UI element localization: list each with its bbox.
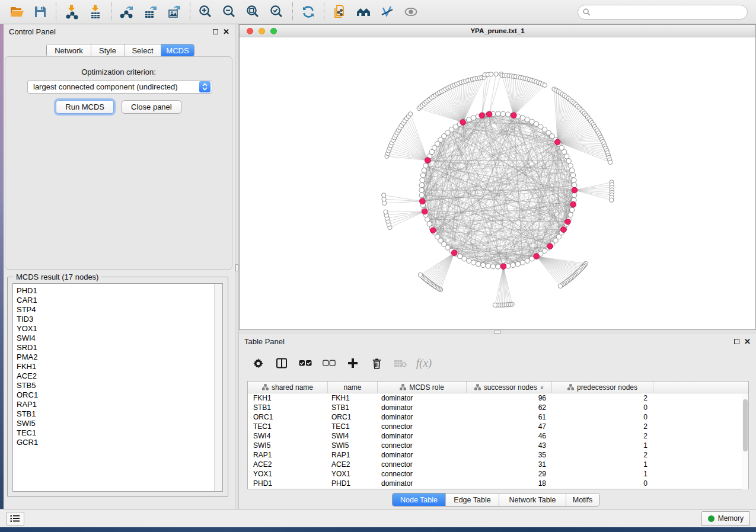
import-table-icon (88, 4, 103, 20)
tab-mcds[interactable]: MCDS (161, 44, 194, 56)
network-canvas[interactable] (240, 37, 755, 329)
cell-successor-nodes: 47 (467, 422, 552, 431)
result-node-item[interactable]: PMA2 (17, 352, 210, 362)
zoom-out-button[interactable] (218, 1, 241, 23)
table-row[interactable]: RAP1RAP1dominator352 (248, 450, 748, 460)
search-box[interactable] (578, 5, 748, 20)
column-header-name[interactable]: name (328, 382, 378, 393)
zoom-in-button[interactable] (194, 1, 218, 23)
control-panel-title: Control Panel (9, 27, 56, 36)
table-row[interactable]: TEC1TEC1connector472 (248, 422, 748, 431)
cell-predecessor-nodes: 2 (552, 431, 653, 441)
result-node-item[interactable]: SRD1 (17, 343, 210, 352)
tab-style[interactable]: Style (91, 44, 125, 56)
open-file-button[interactable] (5, 1, 28, 23)
select-all-checks-button[interactable] (295, 352, 316, 374)
result-node-item[interactable]: ACE2 (17, 371, 210, 381)
export-network-button[interactable] (115, 1, 139, 23)
close-panel-icon[interactable]: ✕ (223, 28, 229, 36)
refresh-layout-icon (301, 4, 316, 20)
hide-strike-button[interactable] (375, 1, 399, 23)
cell-successor-nodes: 62 (467, 403, 552, 412)
clear-checks-button[interactable] (318, 352, 340, 374)
result-node-item[interactable]: CAR1 (17, 296, 210, 305)
clone-network-button[interactable] (328, 1, 352, 23)
horizontal-splitter[interactable] (239, 330, 756, 334)
float-table-panel-icon[interactable] (734, 339, 739, 344)
export-image-button[interactable] (162, 1, 186, 23)
network-window-titlebar[interactable]: YPA_prune.txt_1 (240, 25, 755, 37)
result-node-item[interactable]: TEC1 (17, 428, 210, 438)
close-panel-button[interactable]: Close panel (122, 100, 181, 114)
tab-motifs[interactable]: Motifs (566, 493, 599, 506)
result-node-item[interactable]: PHD1 (17, 286, 210, 296)
column-header-predecessor-nodes[interactable]: predecessor nodes (552, 382, 653, 393)
table-row[interactable]: STB1STB1dominator620 (248, 403, 748, 412)
float-panel-icon[interactable] (213, 29, 218, 34)
table-scrollbar[interactable] (742, 393, 748, 489)
eye-button[interactable] (399, 1, 423, 23)
result-node-item[interactable]: GCR1 (17, 438, 210, 447)
tab-select[interactable]: Select (125, 44, 161, 56)
import-table-button[interactable] (84, 1, 107, 23)
memory-button[interactable]: Memory (701, 511, 750, 526)
save-session-button[interactable] (28, 1, 52, 23)
zoom-selected-button[interactable] (265, 1, 289, 23)
import-network-button[interactable] (60, 1, 84, 23)
column-type-icon (262, 384, 269, 390)
result-node-item[interactable]: SWI4 (17, 334, 210, 343)
cell-name: PHD1 (328, 479, 378, 488)
result-list-scrollbar[interactable] (214, 284, 222, 491)
table-scrollbar-thumb[interactable] (743, 399, 748, 451)
close-table-panel-icon[interactable]: ✕ (744, 338, 751, 345)
cell-successor-nodes: 43 (467, 441, 552, 450)
table-row[interactable]: ORC1ORC1dominator610 (248, 412, 748, 422)
delete-column-button[interactable] (366, 352, 387, 374)
tab-network[interactable]: Network (47, 44, 91, 56)
result-node-item[interactable]: RAP1 (17, 400, 210, 409)
task-history-button[interactable] (6, 512, 24, 525)
tab-edge-table[interactable]: Edge Table (446, 493, 499, 506)
table-row[interactable]: YOX1YOX1connector291 (248, 469, 748, 479)
search-input[interactable] (594, 8, 742, 16)
cell-predecessor-nodes: 1 (552, 460, 653, 469)
settings-gear-button[interactable] (247, 352, 269, 374)
tab-network-table[interactable]: Network Table (499, 493, 566, 506)
table-row[interactable]: FKH1FKH1dominator962 (248, 393, 748, 403)
houses-button[interactable] (352, 1, 375, 23)
column-header-shared-name[interactable]: shared name (248, 382, 328, 393)
result-node-item[interactable]: STP4 (17, 305, 210, 315)
export-table-button[interactable] (139, 1, 162, 23)
horizontal-splitter-handle[interactable] (494, 331, 501, 334)
mcds-result-list[interactable]: PHD1CAR1STP4TID3YOX1SWI4SRD1PMA2FKH1ACE2… (12, 283, 223, 492)
table-row[interactable]: SWI5SWI5connector431 (248, 441, 748, 450)
column-header-successor-nodes[interactable]: successor nodes∨ (467, 382, 552, 393)
table-row[interactable]: PHD1PHD1dominator180 (248, 479, 748, 488)
result-node-item[interactable]: STB1 (17, 409, 210, 419)
table-row[interactable]: ACE2ACE2connector311 (248, 460, 748, 469)
function-fx-button: f(x) (413, 352, 435, 374)
cell-MCDS-role: dominator (378, 393, 467, 403)
add-column-button[interactable] (342, 352, 363, 374)
vertical-splitter-handle[interactable] (235, 264, 238, 271)
result-node-item[interactable]: FKH1 (17, 362, 210, 371)
cell-name: RAP1 (328, 450, 378, 460)
result-node-item[interactable]: TID3 (17, 315, 210, 324)
split-columns-button[interactable] (271, 352, 292, 374)
tab-node-table[interactable]: Node Table (393, 493, 446, 506)
column-header-MCDS-role[interactable]: MCDS role (378, 382, 467, 393)
cell-shared-name: YOX1 (248, 469, 328, 479)
result-node-item[interactable]: ORC1 (17, 390, 210, 400)
cell-shared-name: RAP1 (248, 450, 328, 460)
criterion-dropdown[interactable]: largest connected component (undirected) (27, 80, 212, 94)
vertical-splitter[interactable] (235, 24, 239, 509)
result-node-item[interactable]: STB5 (17, 381, 210, 390)
run-mcds-button[interactable]: Run MCDS (56, 100, 114, 114)
result-node-item[interactable]: SWI5 (17, 419, 210, 428)
cell-successor-nodes: 31 (467, 460, 552, 469)
refresh-layout-button[interactable] (296, 1, 320, 23)
result-node-item[interactable]: YOX1 (17, 324, 210, 334)
table-row[interactable]: SWI4SWI4dominator462 (248, 431, 748, 441)
control-panel: Control Panel ✕ NetworkStyleSelectMCDS O… (4, 24, 235, 509)
zoom-fit-button[interactable] (241, 1, 265, 23)
